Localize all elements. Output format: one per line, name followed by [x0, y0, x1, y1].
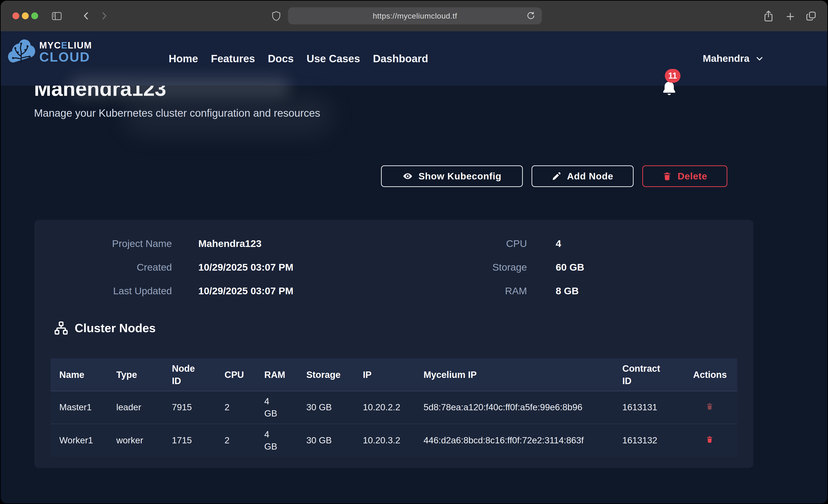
notifications-button[interactable]: 11 [661, 66, 691, 102]
cell-storage: 30 GB [306, 434, 363, 447]
cell-node-id: 7915 [172, 401, 224, 414]
network-icon [54, 321, 68, 335]
col-contract-id: Contract ID [622, 362, 693, 387]
nav-links: Home Features Docs Use Cases Dashboard [169, 31, 428, 86]
info-label: CPU [435, 238, 527, 249]
browser-toolbar: https://myceliumcloud.tf [1, 1, 827, 31]
col-type: Type [116, 369, 172, 381]
nav-link-features[interactable]: Features [211, 52, 255, 65]
cluster-nodes-title: Cluster Nodes [75, 321, 156, 335]
share-icon[interactable] [763, 10, 774, 22]
cluster-info-right: CPU 4 Storage 60 GB RAM 8 GB [435, 232, 584, 303]
cell-type: worker [116, 434, 172, 447]
info-label: Storage [435, 262, 527, 273]
delete-node-button[interactable] [693, 401, 737, 414]
cell-contract-id: 1613131 [622, 401, 693, 414]
user-name: Mahendra [703, 53, 749, 64]
cell-storage: 30 GB [306, 401, 363, 414]
trash-icon [706, 435, 713, 444]
col-ram: RAM [264, 369, 306, 381]
cell-ram: 4 GB [264, 395, 306, 419]
new-tab-icon[interactable] [785, 12, 795, 22]
forward-icon[interactable] [99, 11, 109, 20]
site-navbar: MYCELIUM CLOUD Home Features Docs Use Ca… [1, 31, 827, 86]
col-storage: Storage [306, 369, 363, 381]
table-row: Master1 leader 7915 2 4 GB 30 GB 10.20.2… [50, 391, 737, 424]
cell-name: Worker1 [50, 434, 116, 447]
delete-label: Delete [677, 171, 707, 182]
trash-icon [662, 171, 672, 181]
trash-icon [706, 403, 713, 410]
cell-mycelium-ip: 446:d2a6:8bcd:8c16:ff0f:72e2:3114:863f [423, 434, 622, 447]
info-value: Mahendra123 [198, 238, 293, 249]
show-kubeconfig-button[interactable]: Show Kubeconfig [381, 165, 523, 187]
user-menu[interactable]: Mahendra [703, 31, 764, 86]
pencil-icon [552, 171, 562, 181]
cell-ip: 10.20.3.2 [363, 434, 423, 447]
url-text: https://myceliumcloud.tf [373, 11, 457, 20]
brand[interactable]: MYCELIUM CLOUD [7, 38, 92, 66]
cell-cpu: 2 [224, 401, 264, 414]
table-row: Worker1 worker 1715 2 4 GB 30 GB 10.20.3… [50, 424, 737, 457]
privacy-shield-icon[interactable] [272, 11, 281, 22]
page-subtitle: Manage your Kubernetes cluster configura… [34, 107, 320, 119]
col-cpu: CPU [224, 369, 264, 381]
add-node-button[interactable]: Add Node [532, 165, 633, 187]
delete-node-button[interactable] [693, 434, 737, 447]
nodes-table-header: Name Type Node ID CPU RAM Storage IP Myc… [50, 359, 737, 391]
nodes-table: Name Type Node ID CPU RAM Storage IP Myc… [50, 359, 737, 457]
info-label: Last Updated [35, 285, 172, 297]
nav-link-dashboard[interactable]: Dashboard [373, 52, 428, 65]
cell-contract-id: 1613132 [622, 434, 693, 447]
add-node-label: Add Node [567, 171, 613, 182]
minimize-window-button[interactable] [22, 12, 29, 19]
col-ip: IP [363, 369, 423, 381]
cell-cpu: 2 [224, 434, 264, 447]
address-bar[interactable]: https://myceliumcloud.tf [288, 7, 542, 24]
reload-icon[interactable] [526, 11, 535, 20]
col-mycelium-ip: Mycelium IP [423, 369, 622, 381]
nav-link-home[interactable]: Home [169, 52, 198, 65]
cell-type: leader [116, 401, 172, 414]
info-value: 10/29/2025 03:07 PM [198, 262, 293, 273]
cell-node-id: 1715 [172, 434, 224, 447]
notification-badge: 11 [665, 69, 680, 83]
chevron-down-icon [755, 54, 764, 63]
back-icon[interactable] [82, 11, 91, 20]
zoom-window-button[interactable] [31, 12, 38, 19]
info-value: 60 GB [556, 262, 584, 273]
cluster-actions: Show Kubeconfig Add Node Delete [381, 165, 727, 187]
info-value: 8 GB [556, 285, 584, 297]
sidebar-toggle-icon[interactable] [52, 12, 62, 20]
eye-icon [402, 171, 413, 181]
brand-logo-cloud-icon [7, 38, 36, 66]
info-label: Created [35, 262, 172, 273]
brand-wordmark: MYCELIUM CLOUD [39, 41, 92, 64]
col-node-id: Node ID [172, 362, 224, 387]
nav-link-docs[interactable]: Docs [268, 52, 294, 65]
info-value: 4 [556, 238, 584, 249]
cluster-info-left: Project Name Mahendra123 Created 10/29/2… [35, 232, 293, 303]
browser-window: https://myceliumcloud.tf Mahendra123 Man… [1, 1, 827, 503]
nav-link-use-cases[interactable]: Use Cases [306, 52, 360, 65]
cell-mycelium-ip: 5d8:78ea:a120:f40c:ff0f:a5fe:99e6:8b96 [423, 401, 622, 414]
show-kubeconfig-label: Show Kubeconfig [418, 171, 501, 182]
cluster-nodes-heading: Cluster Nodes [54, 321, 156, 335]
cell-name: Master1 [50, 401, 116, 414]
col-actions: Actions [693, 369, 737, 381]
col-name: Name [50, 369, 116, 381]
info-value: 10/29/2025 03:07 PM [198, 285, 293, 297]
tab-overview-icon[interactable] [805, 10, 817, 22]
delete-cluster-button[interactable]: Delete [642, 165, 727, 187]
cluster-details-panel: Project Name Mahendra123 Created 10/29/2… [35, 220, 753, 468]
cell-ip: 10.20.2.2 [363, 401, 423, 414]
info-label: RAM [435, 285, 527, 297]
info-label: Project Name [35, 238, 172, 249]
close-window-button[interactable] [12, 12, 19, 19]
cell-ram: 4 GB [264, 428, 306, 453]
